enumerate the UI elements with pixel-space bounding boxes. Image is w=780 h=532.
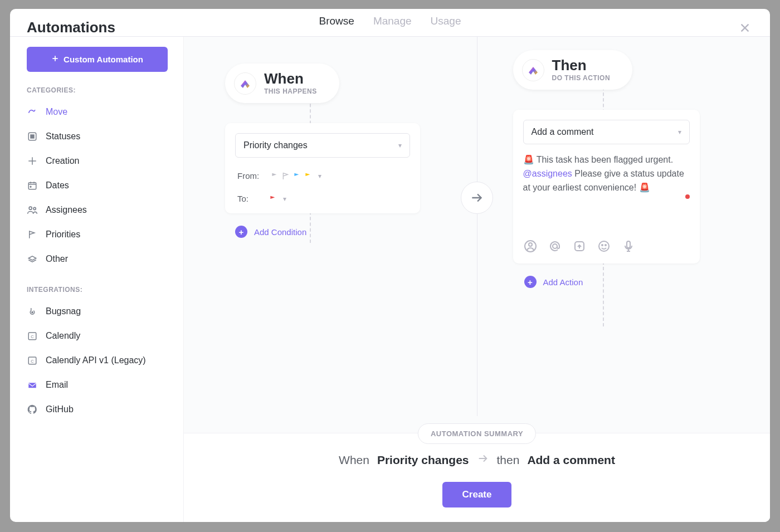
flag-blue-icon bbox=[292, 172, 301, 180]
flag-grey-outline-icon bbox=[281, 172, 290, 180]
category-label: Statuses bbox=[46, 131, 80, 141]
bugsnag-icon bbox=[27, 306, 38, 317]
category-label: Dates bbox=[46, 180, 69, 191]
assignees-icon bbox=[27, 204, 38, 216]
from-row: From: ▾ bbox=[235, 171, 410, 180]
flag-yellow-icon bbox=[304, 172, 313, 180]
from-flags[interactable]: ▾ bbox=[270, 172, 321, 180]
category-dates[interactable]: Dates bbox=[27, 173, 168, 198]
recording-indicator-icon bbox=[685, 194, 690, 199]
integration-calendly-legacy[interactable]: C Calendly API v1 (Legacy) bbox=[27, 348, 168, 373]
category-label: Other bbox=[46, 254, 68, 264]
flag-red-icon bbox=[269, 194, 277, 203]
category-label: Assignees bbox=[46, 205, 87, 215]
creation-icon bbox=[27, 155, 38, 167]
category-label: Move bbox=[46, 107, 67, 117]
mention-icon[interactable] bbox=[548, 239, 562, 253]
integration-label: Calendly bbox=[46, 331, 80, 341]
summary-when-value: Priority changes bbox=[377, 453, 469, 467]
then-pill-text: Then DO THIS ACTION bbox=[552, 58, 611, 82]
custom-automation-button[interactable]: Custom Automation bbox=[27, 47, 168, 72]
arrow-right-icon bbox=[477, 452, 489, 467]
github-icon bbox=[27, 404, 38, 415]
modal-body: Custom Automation CATEGORIES: Move Statu… bbox=[10, 37, 770, 522]
when-subtitle: THIS HAPPENS bbox=[264, 87, 317, 95]
svg-point-3 bbox=[30, 186, 31, 187]
comment-text-prefix: 🚨 This task has been flagged urgent. bbox=[523, 155, 674, 164]
create-button-label: Create bbox=[462, 489, 492, 500]
svg-rect-2 bbox=[28, 183, 36, 189]
trigger-select-value: Priority changes bbox=[243, 140, 308, 150]
add-condition-link[interactable]: + Add Condition bbox=[235, 226, 306, 238]
svg-rect-18 bbox=[627, 241, 630, 248]
svg-point-15 bbox=[599, 241, 609, 251]
create-button[interactable]: Create bbox=[442, 482, 512, 507]
when-pill-text: When THIS HAPPENS bbox=[264, 71, 317, 95]
to-flags[interactable]: ▾ bbox=[269, 194, 286, 203]
category-creation[interactable]: Creation bbox=[27, 149, 168, 173]
integration-calendly[interactable]: C Calendly bbox=[27, 324, 168, 348]
to-row: To: ▾ bbox=[235, 194, 410, 203]
category-label: Priorities bbox=[46, 230, 80, 240]
to-label: To: bbox=[237, 194, 248, 203]
svg-rect-1 bbox=[31, 135, 34, 138]
summary-chip: AUTOMATION SUMMARY bbox=[418, 423, 536, 444]
main-area: When THIS HAPPENS Priority changes ▾ Fro… bbox=[184, 37, 770, 522]
modal-header: Automations Browse Manage Usage bbox=[10, 9, 770, 37]
category-label: Creation bbox=[46, 156, 79, 166]
trigger-card: Priority changes ▾ From: ▾ bbox=[225, 123, 420, 213]
integration-github[interactable]: GitHub bbox=[27, 397, 168, 422]
chevron-down-icon: ▾ bbox=[398, 141, 402, 149]
clickup-logo-icon bbox=[234, 72, 256, 95]
svg-point-13 bbox=[553, 244, 557, 248]
comment-mention: @assignees bbox=[523, 169, 572, 178]
attach-icon[interactable] bbox=[572, 239, 587, 253]
summary-then-word: then bbox=[497, 453, 520, 467]
integration-email[interactable]: Email bbox=[27, 373, 168, 397]
comment-editor[interactable]: 🚨 This task has been flagged urgent. @as… bbox=[523, 153, 690, 226]
when-pill: When THIS HAPPENS bbox=[225, 64, 339, 103]
category-priorities[interactable]: Priorities bbox=[27, 222, 168, 247]
integration-label: Email bbox=[46, 380, 68, 390]
chevron-down-icon: ▾ bbox=[318, 172, 321, 180]
categories-header: CATEGORIES: bbox=[27, 86, 168, 94]
summary-then-value: Add a comment bbox=[527, 453, 615, 467]
dates-icon bbox=[27, 180, 38, 191]
action-card: Add a comment ▾ 🚨 This task has been fla… bbox=[513, 110, 700, 263]
calendly-legacy-icon: C bbox=[27, 355, 38, 366]
integration-bugsnag[interactable]: Bugsnag bbox=[27, 299, 168, 324]
priorities-icon bbox=[27, 229, 38, 240]
chevron-down-icon: ▾ bbox=[283, 195, 286, 203]
assign-icon[interactable] bbox=[523, 239, 538, 253]
voice-icon[interactable] bbox=[621, 239, 636, 253]
svg-text:C: C bbox=[31, 334, 34, 339]
footer: AUTOMATION SUMMARY When Priority changes… bbox=[184, 433, 770, 522]
integrations-header: INTEGRATIONS: bbox=[27, 286, 168, 294]
then-pill: Then DO THIS ACTION bbox=[513, 50, 633, 90]
when-column: When THIS HAPPENS Priority changes ▾ Fro… bbox=[184, 37, 477, 416]
category-statuses[interactable]: Statuses bbox=[27, 124, 168, 149]
add-action-link[interactable]: + Add Action bbox=[524, 276, 583, 288]
add-action-label: Add Action bbox=[543, 277, 583, 287]
statuses-icon bbox=[27, 131, 38, 142]
arrow-connector-icon bbox=[461, 182, 493, 214]
category-assignees[interactable]: Assignees bbox=[27, 198, 168, 222]
move-icon bbox=[27, 106, 38, 118]
svg-point-17 bbox=[605, 245, 606, 246]
automations-modal: Automations Browse Manage Usage Custom A… bbox=[10, 9, 770, 522]
action-select[interactable]: Add a comment ▾ bbox=[523, 120, 690, 144]
category-move[interactable]: Move bbox=[27, 100, 168, 124]
category-other[interactable]: Other bbox=[27, 247, 168, 271]
close-button[interactable] bbox=[737, 19, 753, 36]
when-title: When bbox=[264, 71, 317, 86]
emoji-icon[interactable] bbox=[597, 239, 611, 253]
summary-line: When Priority changes then Add a comment bbox=[339, 452, 615, 467]
summary-when-word: When bbox=[339, 453, 369, 467]
clickup-logo-icon bbox=[522, 59, 544, 81]
then-column: Then DO THIS ACTION Add a comment ▾ 🚨 Th… bbox=[477, 37, 771, 416]
comment-toolbar bbox=[523, 239, 690, 253]
trigger-select[interactable]: Priority changes ▾ bbox=[235, 133, 410, 158]
sidebar: Custom Automation CATEGORIES: Move Statu… bbox=[10, 37, 184, 522]
integration-label: Calendly API v1 (Legacy) bbox=[46, 355, 146, 365]
integration-label: GitHub bbox=[46, 404, 74, 414]
